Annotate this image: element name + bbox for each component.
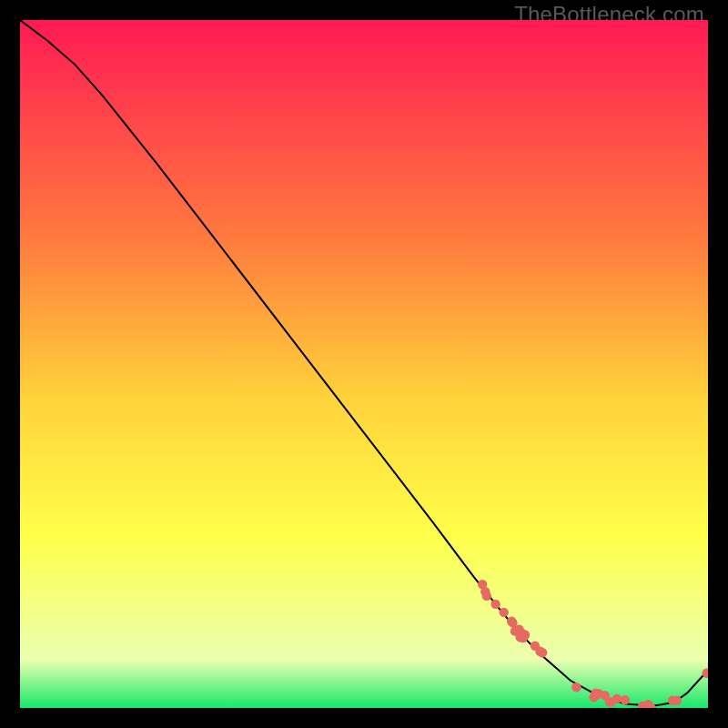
data-dot — [500, 608, 509, 617]
plot-area — [20, 20, 708, 708]
gradient-background — [20, 20, 708, 708]
chart-svg — [20, 20, 708, 708]
data-dot — [621, 695, 630, 704]
data-dot — [571, 682, 581, 692]
data-dot — [478, 580, 487, 589]
chart-frame: TheBottleneck.com — [0, 0, 728, 728]
data-dot — [592, 690, 602, 699]
data-dot — [516, 632, 525, 642]
data-dot — [490, 600, 500, 609]
data-dot — [507, 617, 516, 626]
data-dot — [672, 696, 682, 705]
data-dot — [538, 648, 547, 657]
data-dot — [612, 694, 622, 703]
